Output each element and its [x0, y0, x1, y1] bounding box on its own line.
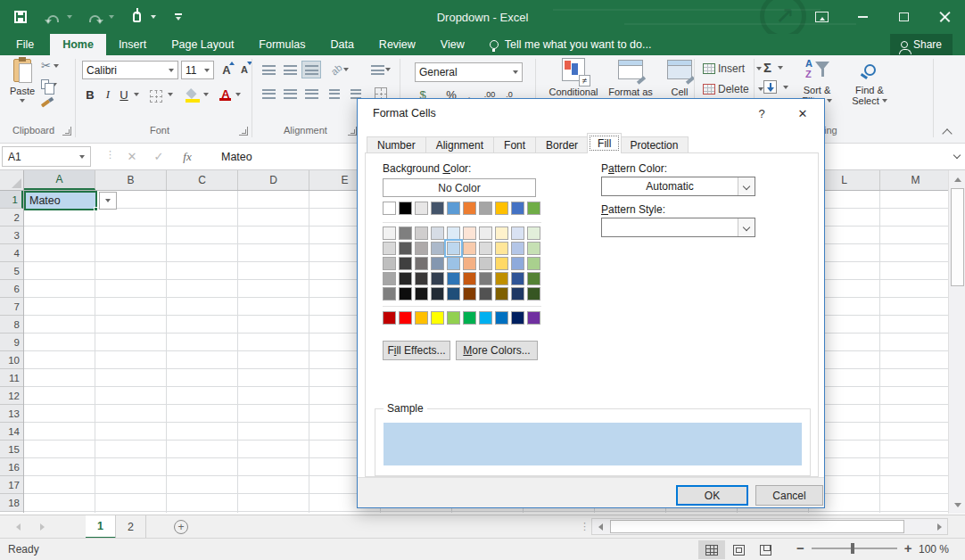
page-layout-view-icon[interactable] — [725, 540, 752, 559]
color-swatch[interactable] — [479, 242, 492, 255]
color-swatch[interactable] — [431, 202, 444, 215]
fill-handle[interactable] — [94, 207, 98, 211]
color-swatch[interactable] — [447, 226, 460, 240]
color-swatch[interactable] — [463, 226, 476, 240]
undo-icon[interactable] — [43, 7, 62, 27]
color-swatch[interactable] — [463, 202, 476, 215]
font-name-combo[interactable]: Calibri — [82, 61, 178, 79]
vertical-scrollbar[interactable] — [948, 170, 965, 514]
color-swatch[interactable] — [495, 272, 508, 285]
customize-qat-icon[interactable] — [169, 7, 188, 27]
zoom-percentage[interactable]: 100 % — [919, 543, 949, 556]
fill-color-dropdown-icon[interactable] — [203, 93, 209, 96]
ribbon-display-options-icon[interactable] — [801, 0, 842, 34]
fill-effects-button[interactable]: Fill Effects... — [383, 341, 450, 360]
color-swatch[interactable] — [415, 257, 428, 270]
row-header-6[interactable]: 6 — [0, 280, 23, 298]
row-header-18[interactable]: 18 — [0, 494, 23, 512]
color-swatch[interactable] — [431, 311, 444, 325]
color-swatch[interactable] — [527, 311, 540, 325]
horizontal-scrollbar[interactable] — [591, 518, 948, 535]
align-middle-button[interactable] — [280, 61, 300, 78]
color-swatch[interactable] — [511, 226, 524, 240]
row-header-10[interactable]: 10 — [0, 351, 23, 369]
color-swatch[interactable] — [399, 272, 412, 285]
color-swatch[interactable] — [415, 287, 428, 301]
color-swatch[interactable] — [399, 257, 412, 270]
grow-font-button[interactable]: A — [218, 61, 235, 78]
scroll-left-icon[interactable] — [592, 519, 608, 534]
color-swatch[interactable] — [415, 202, 428, 215]
color-swatch[interactable] — [495, 287, 508, 301]
bold-button[interactable]: B — [82, 86, 98, 103]
color-swatch[interactable] — [415, 242, 428, 255]
wrap-text-button[interactable] — [369, 61, 392, 78]
column-header-d[interactable]: D — [238, 170, 309, 190]
color-swatch[interactable] — [511, 202, 524, 215]
color-swatch[interactable] — [479, 257, 492, 270]
row-header-14[interactable]: 14 — [0, 423, 23, 441]
format-as-table-button[interactable]: Format as — [605, 60, 656, 97]
next-sheet-icon[interactable] — [40, 523, 45, 531]
row-header-5[interactable]: 5 — [0, 262, 23, 280]
formula-bar-input[interactable]: Mateo — [221, 146, 252, 167]
color-swatch[interactable] — [527, 242, 540, 255]
column-header-c[interactable]: C — [167, 170, 238, 190]
previous-sheet-icon[interactable] — [16, 523, 21, 531]
maximize-icon[interactable] — [883, 0, 924, 34]
color-swatch[interactable] — [399, 311, 412, 325]
row-header-1[interactable]: 1 — [0, 191, 23, 209]
column-header-m[interactable]: M — [880, 170, 948, 190]
color-swatch[interactable] — [431, 226, 444, 240]
fill-color-button[interactable] — [184, 86, 200, 103]
color-swatch[interactable] — [527, 287, 540, 301]
ribbon-tab-view[interactable]: View — [428, 34, 477, 55]
color-swatch[interactable] — [431, 257, 444, 270]
font-color-button[interactable]: A — [218, 85, 234, 103]
color-swatch[interactable] — [479, 272, 492, 285]
color-swatch[interactable] — [527, 226, 540, 240]
normal-view-icon[interactable] — [698, 540, 725, 559]
color-swatch[interactable] — [495, 257, 508, 270]
pattern-color-combo[interactable]: Automatic — [601, 177, 755, 196]
row-header-15[interactable]: 15 — [0, 441, 23, 458]
share-button[interactable]: Share — [890, 34, 953, 55]
selected-cell-a1[interactable]: Mateo — [24, 191, 97, 210]
row-header-9[interactable]: 9 — [0, 334, 23, 351]
pattern-style-combo[interactable] — [601, 218, 755, 237]
column-header-a[interactable]: A — [24, 170, 95, 190]
conditional-formatting-button[interactable]: ≠ Conditional — [548, 58, 599, 97]
color-swatch[interactable] — [479, 202, 492, 215]
color-swatch[interactable] — [479, 287, 492, 301]
column-header-b[interactable]: B — [95, 170, 167, 190]
row-header-4[interactable]: 4 — [0, 244, 23, 262]
ribbon-tab-page-layout[interactable]: Page Layout — [159, 34, 246, 55]
ribbon-tab-insert[interactable]: Insert — [106, 34, 159, 55]
formula-enter-icon[interactable]: ✓ — [148, 146, 169, 167]
color-swatch[interactable] — [383, 242, 396, 255]
color-swatch[interactable] — [527, 272, 540, 285]
color-swatch[interactable] — [463, 287, 476, 301]
ribbon-tab-review[interactable]: Review — [367, 34, 428, 55]
page-break-view-icon[interactable] — [752, 540, 779, 559]
scroll-up-icon[interactable] — [949, 171, 965, 187]
row-header-7[interactable]: 7 — [0, 298, 23, 316]
fill-down-button[interactable] — [763, 80, 788, 94]
color-swatch[interactable] — [447, 272, 460, 285]
color-swatch[interactable] — [383, 226, 396, 240]
dialog-tab-alignment[interactable]: Alignment — [426, 136, 494, 153]
shrink-font-button[interactable]: A — [235, 61, 253, 78]
color-swatch[interactable] — [463, 257, 476, 270]
color-swatch[interactable] — [383, 272, 396, 285]
align-top-button[interactable] — [259, 61, 278, 78]
borders-dropdown-icon[interactable] — [168, 93, 173, 96]
font-size-combo[interactable]: 11 — [181, 61, 214, 79]
dialog-tab-font[interactable]: Font — [494, 136, 536, 153]
scroll-right-icon[interactable] — [931, 519, 947, 534]
color-swatch[interactable] — [527, 257, 540, 270]
formula-cancel-icon[interactable]: ✕ — [121, 146, 143, 167]
color-swatch[interactable] — [431, 242, 444, 255]
autosum-button[interactable]: Σ — [763, 60, 783, 75]
vertical-scroll-thumb[interactable] — [951, 188, 964, 286]
color-swatch[interactable] — [479, 311, 492, 325]
